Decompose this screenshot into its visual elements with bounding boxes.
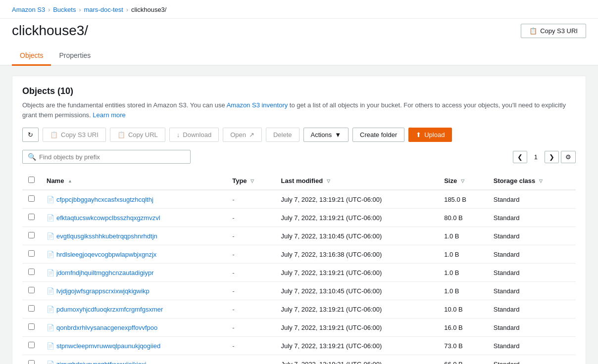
row-checkbox-cell[interactable] [22, 355, 41, 364]
row-name-7[interactable]: 📄 qonbrdxrhlvysanacgenexpffovvfpoo [41, 318, 226, 337]
size-column-header[interactable]: Size ▽ [438, 172, 488, 190]
file-icon-9: 📄 [47, 361, 54, 364]
file-name-text-7: qonbrdxrhlvysanacgenexpffovvfpoo [56, 324, 157, 331]
row-checkbox-9[interactable] [28, 360, 35, 364]
row-checkbox-3[interactable] [28, 250, 35, 257]
row-last-modified-0: July 7, 2022, 13:19:21 (UTC-06:00) [275, 190, 439, 209]
copy-s3-uri-button[interactable]: 📋 Copy S3 URI [43, 128, 106, 142]
last-modified-column-header[interactable]: Last modified ▽ [275, 172, 439, 190]
row-storage-class-9: Standard [488, 355, 576, 364]
actions-label: Actions [311, 131, 332, 138]
page-header: clickhouse3/ 📋 Copy S3 URI [0, 19, 598, 46]
row-checkbox-8[interactable] [28, 342, 35, 348]
file-icon-7: 📄 [47, 324, 54, 331]
copy-s3-uri-header-button[interactable]: 📋 Copy S3 URI [521, 24, 586, 38]
row-checkbox-7[interactable] [28, 323, 35, 330]
row-checkbox-cell[interactable] [22, 282, 41, 300]
row-name-5[interactable]: 📄 lvjdjgojwfsgrappscrxixwjqkigwikp [41, 282, 226, 300]
breadcrumb: Amazon S3 › Buckets › mars-doc-test › cl… [12, 6, 586, 13]
pagination: ❮ 1 ❯ ⚙ [513, 151, 576, 163]
size-sort-icon: ▽ [461, 179, 464, 183]
row-name-8[interactable]: 📄 stpnwcleepmvruwwqlpaunukjqogiied [41, 337, 226, 355]
type-column-header[interactable]: Type ▽ [226, 172, 275, 190]
row-size-6: 10.0 B [438, 300, 488, 318]
row-checkbox-4[interactable] [28, 269, 35, 275]
create-folder-button[interactable]: Create folder [352, 128, 404, 142]
row-storage-class-8: Standard [488, 337, 576, 355]
row-name-0[interactable]: 📄 cfppcjbbggayhcxcasfxsugtzhcqlthj [41, 190, 226, 209]
breadcrumb-bucket-name[interactable]: mars-doc-test [84, 6, 123, 13]
table-row: 📄 efktaqtucswkcowpclbsszhqxgzmvzvl - Jul… [22, 209, 576, 227]
row-checkbox-cell[interactable] [22, 209, 41, 227]
row-size-9: 66.0 B [438, 355, 488, 364]
desc-prefix: Objects are the fundamental entities sto… [22, 101, 227, 109]
row-last-modified-8: July 7, 2022, 13:19:21 (UTC-06:00) [275, 337, 439, 355]
upload-button[interactable]: ⬆ Upload [408, 128, 452, 142]
row-name-6[interactable]: 📄 pdumoxyhjcdfuoqkrzxmfcrgmfgsxmer [41, 300, 226, 318]
row-checkbox-2[interactable] [28, 232, 35, 238]
download-button[interactable]: ↓ Download [169, 128, 219, 142]
table-row: 📄 qonbrdxrhlvysanacgenexpffovvfpoo - Jul… [22, 318, 576, 337]
prev-page-button[interactable]: ❮ [513, 151, 527, 163]
row-checkbox-5[interactable] [28, 287, 35, 293]
row-type-7: - [226, 318, 275, 337]
create-folder-label: Create folder [360, 131, 397, 138]
download-icon: ↓ [177, 131, 180, 138]
page-title: clickhouse3/ [12, 23, 88, 39]
row-name-3[interactable]: 📄 hrdlsleegjoqevcogbpwlapwbjxgnzjx [41, 245, 226, 264]
row-name-9[interactable]: 📄 zjrryqhdnjycypcqbtfxyxwjisjkiexi [41, 355, 226, 364]
row-type-9: - [226, 355, 275, 364]
row-checkbox-1[interactable] [28, 214, 35, 220]
table-settings-button[interactable]: ⚙ [561, 151, 576, 163]
next-page-button[interactable]: ❯ [545, 151, 559, 163]
open-button[interactable]: Open ↗ [223, 128, 262, 142]
actions-chevron-icon: ▼ [335, 131, 341, 138]
file-icon-4: 📄 [47, 269, 54, 276]
search-input[interactable] [39, 153, 185, 161]
delete-button[interactable]: Delete [266, 128, 299, 142]
row-checkbox-cell[interactable] [22, 264, 41, 282]
delete-label: Delete [273, 131, 292, 138]
row-type-6: - [226, 300, 275, 318]
row-checkbox-cell[interactable] [22, 318, 41, 337]
actions-button[interactable]: Actions ▼ [303, 128, 349, 142]
select-all-checkbox[interactable] [28, 177, 35, 183]
table-row: 📄 hrdlsleegjoqevcogbpwlapwbjxgnzjx - Jul… [22, 245, 576, 264]
row-size-0: 185.0 B [438, 190, 488, 209]
search-row: 🔍 ❮ 1 ❯ ⚙ [22, 150, 576, 164]
tabs-bar: Objects Properties [0, 46, 598, 66]
row-last-modified-5: July 7, 2022, 13:10:45 (UTC-06:00) [275, 282, 439, 300]
row-size-8: 73.0 B [438, 337, 488, 355]
row-name-1[interactable]: 📄 efktaqtucswkcowpclbsszhqxgzmvzvl [41, 209, 226, 227]
learn-more-link[interactable]: Learn more [93, 111, 125, 119]
tab-objects[interactable]: Objects [12, 46, 51, 66]
row-type-4: - [226, 264, 275, 282]
name-column-header[interactable]: Name ▲ [41, 172, 226, 190]
breadcrumb-amazon-s3[interactable]: Amazon S3 [12, 6, 45, 13]
row-checkbox-cell[interactable] [22, 300, 41, 318]
row-checkbox-cell[interactable] [22, 190, 41, 209]
row-size-2: 1.0 B [438, 227, 488, 245]
file-icon-6: 📄 [47, 306, 54, 313]
storage-class-column-header[interactable]: Storage class ▽ [488, 172, 576, 190]
search-box[interactable]: 🔍 [22, 150, 191, 164]
objects-table: Name ▲ Type ▽ Last modified ▽ Size ▽ [22, 172, 576, 364]
row-storage-class-0: Standard [488, 190, 576, 209]
tab-properties[interactable]: Properties [51, 46, 99, 66]
breadcrumb-sep-2: › [79, 6, 81, 13]
breadcrumb-buckets[interactable]: Buckets [53, 6, 76, 13]
row-name-4[interactable]: 📄 jdomfndjhquiltmgghcnzautadigiypr [41, 264, 226, 282]
copy-url-button[interactable]: 📋 Copy URL [110, 128, 165, 142]
row-checkbox-cell[interactable] [22, 245, 41, 264]
inventory-link[interactable]: Amazon S3 inventory [227, 101, 288, 109]
row-last-modified-2: July 7, 2022, 13:10:45 (UTC-06:00) [275, 227, 439, 245]
table-row: 📄 cfppcjbbggayhcxcasfxsugtzhcqlthj - Jul… [22, 190, 576, 209]
refresh-button[interactable]: ↻ [22, 128, 39, 142]
row-checkbox-0[interactable] [28, 195, 35, 202]
row-checkbox-cell[interactable] [22, 227, 41, 245]
file-icon-0: 📄 [47, 196, 54, 203]
file-name-text-2: evgtlqusgiksshhkubetrqqpshnrhdtjn [56, 232, 157, 240]
row-name-2[interactable]: 📄 evgtlqusgiksshhkubetrqqpshnrhdtjn [41, 227, 226, 245]
row-checkbox-6[interactable] [28, 305, 35, 312]
row-checkbox-cell[interactable] [22, 337, 41, 355]
